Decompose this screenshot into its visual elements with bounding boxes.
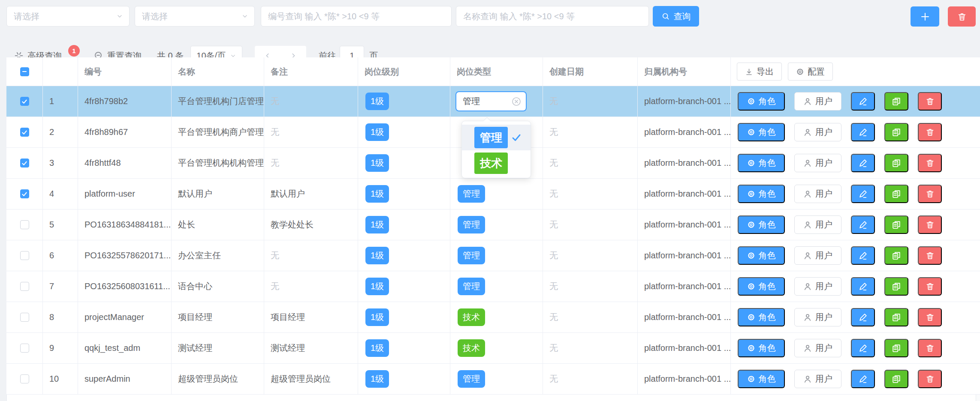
delete-button[interactable] [918,308,942,326]
copy-button[interactable] [884,370,908,388]
filter-select-1-input[interactable] [7,6,129,26]
delete-button[interactable] [918,277,942,296]
edit-button[interactable] [851,277,875,296]
table-row[interactable]: 10superAdmin超级管理员岗位超级管理员岗位1级管理无platform-… [6,364,980,395]
row-checkbox[interactable] [20,313,29,322]
cell-index: 1 [43,86,78,117]
copy-button[interactable] [884,154,908,172]
edit-button[interactable] [851,215,875,234]
cell-name: 默认用户 [172,179,264,209]
batch-delete-button[interactable] [948,6,976,27]
row-checkbox[interactable] [20,282,29,291]
row-checkbox[interactable] [20,128,29,137]
code-search-field[interactable] [261,6,452,27]
delete-button[interactable] [918,185,942,203]
cell-org: platform-branch-001 ... [638,179,731,209]
download-icon [745,68,753,76]
row-checkbox[interactable] [20,159,29,168]
user-button[interactable]: 用户 [794,339,841,357]
edit-button[interactable] [851,185,875,203]
filter-select-2-input[interactable] [135,6,254,26]
cell-type: 管理 [450,364,543,394]
dropdown-option[interactable]: 技术 [462,150,531,176]
copy-button[interactable] [884,92,908,111]
name-search-field[interactable] [456,6,649,27]
type-edit-input[interactable]: 管理 [455,91,527,111]
option-check-icon [511,132,522,143]
delete-button[interactable] [918,215,942,234]
config-button[interactable]: 配置 [788,63,833,81]
row-checkbox[interactable] [20,374,29,383]
filter-select-1[interactable] [6,6,130,27]
table-row[interactable]: 14fr8h798b2平台管理机构门店管理员无1级管理无platform-bra… [6,86,980,117]
filter-select-2[interactable] [135,6,255,27]
edit-button[interactable] [851,308,875,326]
dropdown-option[interactable]: 管理 [462,125,531,150]
delete-button[interactable] [918,370,942,388]
table-row[interactable]: 4platform-user默认用户默认用户1级管理无platform-bran… [6,179,980,209]
select-all-checkbox[interactable] [20,67,29,76]
copy-button[interactable] [884,277,908,296]
delete-button[interactable] [918,339,942,357]
user-button[interactable]: 用户 [794,370,841,388]
copy-button[interactable] [884,339,908,357]
add-button[interactable] [911,6,939,27]
edit-button[interactable] [851,370,875,388]
user-button[interactable]: 用户 [794,308,841,326]
cell-name: 平台管理机构机构管理员 [172,148,264,178]
user-button[interactable]: 用户 [794,185,841,203]
table-row[interactable]: 7PO16325608031611...语合中心无1级管理无platform-b… [6,271,980,302]
edit-button[interactable] [851,246,875,265]
search-button[interactable]: 查询 [653,6,699,27]
cell-created: 无 [543,209,638,240]
user-button[interactable]: 用户 [794,92,841,111]
role-button[interactable]: 角色 [738,277,785,296]
user-button[interactable]: 用户 [794,246,841,265]
row-checkbox[interactable] [20,344,29,353]
cell-level: 1级 [358,179,450,209]
user-icon [803,344,812,353]
delete-button[interactable] [918,154,942,172]
role-button[interactable]: 角色 [738,92,785,111]
role-button[interactable]: 角色 [738,339,785,357]
copy-button[interactable] [884,308,908,326]
edit-button[interactable] [851,123,875,141]
clear-icon[interactable] [511,96,522,107]
copy-button[interactable] [884,215,908,234]
user-button[interactable]: 用户 [794,215,841,234]
table-row[interactable]: 8projectManager项目经理项目经理1级技术无platform-bra… [6,302,980,333]
delete-button[interactable] [918,92,942,111]
edit-button[interactable] [851,154,875,172]
role-button[interactable]: 角色 [738,154,785,172]
user-button[interactable]: 用户 [794,277,841,296]
role-button[interactable]: 角色 [738,185,785,203]
role-button[interactable]: 角色 [738,215,785,234]
edit-button[interactable] [851,339,875,357]
cell-org: platform-branch-001 ... [638,148,731,178]
user-button[interactable]: 用户 [794,123,841,141]
row-checkbox[interactable] [20,251,29,260]
edit-button[interactable] [851,92,875,111]
table-row[interactable]: 5PO16318634884181...处长教学处处长1级管理无platform… [6,209,980,240]
code-search-input[interactable] [261,6,451,26]
copy-button[interactable] [884,123,908,141]
user-button[interactable]: 用户 [794,154,841,172]
name-search-input[interactable] [456,6,648,26]
cell-code: 4fr8h798b2 [78,86,172,117]
copy-button[interactable] [884,185,908,203]
delete-button[interactable] [918,123,942,141]
role-button[interactable]: 角色 [738,370,785,388]
delete-button[interactable] [918,246,942,265]
role-button[interactable]: 角色 [738,246,785,265]
role-button[interactable]: 角色 [738,123,785,141]
table-row[interactable]: 9qqkj_test_adm测试经理测试经理1级技术无platform-bran… [6,333,980,364]
row-checkbox-cell [6,179,43,209]
copy-button[interactable] [884,246,908,265]
table-row[interactable]: 6PO16325578620171...办公室主任无1级管理无platform-… [6,240,980,271]
row-checkbox[interactable] [20,189,29,198]
row-checkbox[interactable] [20,97,29,106]
role-button[interactable]: 角色 [738,308,785,326]
row-checkbox[interactable] [20,220,29,229]
copy-icon [892,282,901,291]
export-button[interactable]: 导出 [737,63,782,81]
